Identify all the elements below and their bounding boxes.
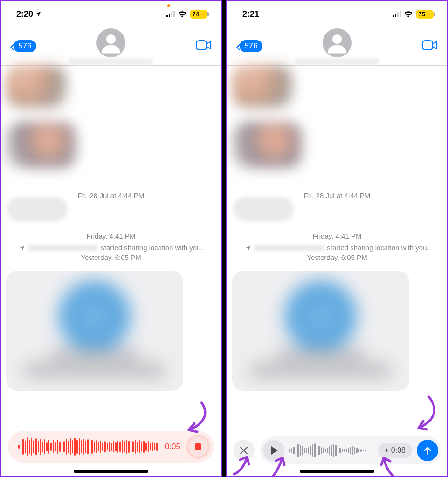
- preview-waveform[interactable]: [289, 443, 373, 458]
- recording-duration: 0:05: [165, 442, 180, 451]
- play-icon: [271, 446, 278, 455]
- contact-name-redacted: [295, 58, 379, 65]
- send-audio-button[interactable]: [417, 440, 438, 461]
- wifi-icon: [178, 10, 187, 18]
- conversation-header: ‹ 576: [1, 27, 221, 66]
- home-indicator[interactable]: [74, 470, 148, 473]
- message-image-redacted: [6, 66, 67, 108]
- location-arrow-icon: [35, 11, 41, 17]
- append-recording-button[interactable]: + 0:08: [378, 443, 412, 458]
- unread-badge: 576: [14, 40, 36, 52]
- status-time: 2:21: [242, 9, 259, 19]
- location-arrow-icon: [19, 245, 25, 251]
- wifi-icon: [404, 10, 413, 18]
- contact-name-redacted: [69, 58, 153, 65]
- message-thread[interactable]: Fri, 28 Jul at 4:44 PM Friday, 4:41 PM s…: [1, 66, 221, 434]
- arrow-up-icon: [422, 445, 433, 456]
- message-image-redacted: [232, 66, 293, 108]
- iphone-screenshot-preview: 2:21 75⚡ ‹ 576 Fri, 28 Jul at 4:44 PM Fr…: [226, 0, 448, 477]
- rich-link-card-redacted[interactable]: [6, 271, 183, 391]
- mic-in-use-indicator: [167, 4, 170, 7]
- location-arrow-icon: [245, 245, 251, 251]
- timestamp-label: Yesterday, 6:05 PM: [227, 253, 447, 261]
- svg-point-0: [106, 34, 116, 44]
- battery-indicator: 74⚡: [190, 10, 207, 19]
- back-button[interactable]: ‹ 576: [10, 37, 36, 55]
- cellular-signal-icon: [166, 11, 175, 17]
- facetime-button[interactable]: [195, 39, 212, 53]
- audio-preview-pill: + 0:08: [260, 436, 441, 464]
- iphone-screenshot-recording: 2:20 74⚡ ‹ 576 Fri, 28 Jul at 4:44 PM: [0, 0, 222, 477]
- play-preview-button[interactable]: [263, 440, 284, 461]
- message-image-redacted: [6, 122, 76, 168]
- timestamp-label: Friday, 4:41 PM: [227, 232, 447, 240]
- rich-link-card-redacted[interactable]: [232, 271, 409, 391]
- svg-point-2: [332, 34, 342, 44]
- status-bar: 2:21 75⚡: [227, 1, 447, 27]
- timestamp-label: Yesterday, 6:05 PM: [1, 253, 221, 261]
- conversation-header: ‹ 576: [227, 27, 447, 66]
- recording-waveform: [18, 437, 159, 457]
- unread-badge: 576: [240, 40, 262, 52]
- location-share-notice: started sharing location with you.: [9, 244, 213, 252]
- stop-icon: [195, 443, 201, 450]
- cellular-signal-icon: [393, 11, 401, 17]
- svg-rect-1: [196, 41, 207, 50]
- facetime-button[interactable]: [421, 39, 438, 53]
- location-share-notice: started sharing location with you.: [235, 244, 439, 252]
- sender-name-redacted: [28, 245, 98, 251]
- status-bar: 2:20 74⚡: [1, 1, 221, 27]
- close-icon: [240, 446, 248, 455]
- battery-indicator: 75⚡: [416, 10, 434, 19]
- stop-recording-button[interactable]: [186, 435, 210, 459]
- contact-avatar[interactable]: [96, 28, 125, 57]
- svg-rect-3: [422, 41, 433, 50]
- message-thread[interactable]: Fri, 28 Jul at 4:44 PM Friday, 4:41 PM s…: [227, 66, 447, 434]
- status-time: 2:20: [16, 9, 33, 19]
- back-button[interactable]: ‹ 576: [236, 37, 262, 55]
- discard-recording-button[interactable]: [233, 440, 255, 461]
- sender-name-redacted: [254, 245, 324, 251]
- audio-preview-bar: + 0:08: [233, 436, 441, 464]
- message-image-redacted: [232, 122, 302, 168]
- audio-recording-bar: 0:05: [8, 431, 214, 463]
- message-bubble-redacted: [233, 197, 294, 221]
- timestamp-label: Friday, 4:41 PM: [1, 232, 221, 240]
- contact-avatar[interactable]: [323, 28, 352, 57]
- message-bubble-redacted: [7, 197, 68, 221]
- home-indicator[interactable]: [300, 470, 374, 473]
